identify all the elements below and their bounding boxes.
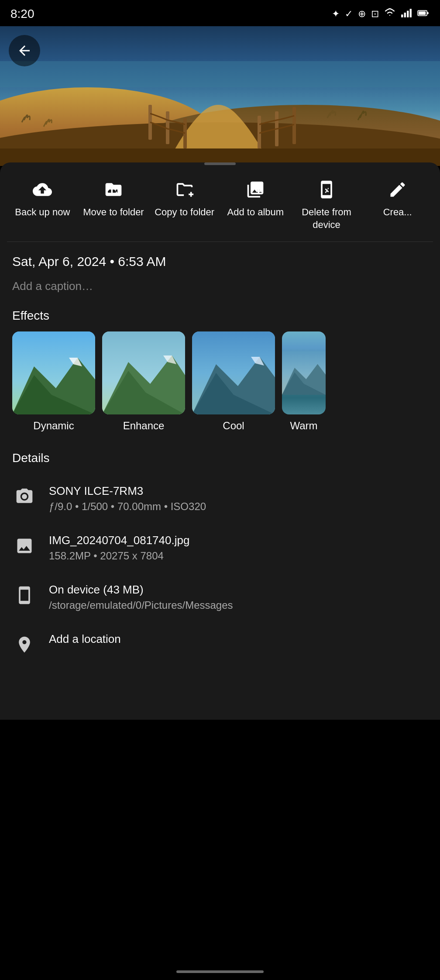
effect-enhance-label: Enhance <box>123 420 165 432</box>
status-bar: 8:20 ✦ ✓ ⊕ ⊡ <box>0 0 440 26</box>
detail-camera: SONY ILCE-7RM3 ƒ/9.0 • 1/500 • 70.00mm •… <box>0 474 440 523</box>
bottom-panel: Back up now Move to folder Copy to folde… <box>0 162 440 720</box>
caption-area[interactable]: Add a caption… <box>0 273 440 305</box>
svg-rect-15 <box>258 116 261 148</box>
screenshot-icon: ⊡ <box>371 8 379 20</box>
svg-rect-5 <box>419 11 426 15</box>
back-button[interactable] <box>9 35 40 66</box>
action-toolbar: Back up now Move to folder Copy to folde… <box>0 165 440 242</box>
add-album-label: Add to album <box>227 206 284 219</box>
action-copy-folder[interactable]: Copy to folder <box>149 174 220 222</box>
effect-warm[interactable]: Warm <box>282 331 326 432</box>
camera-content: SONY ILCE-7RM3 ƒ/9.0 • 1/500 • 70.00mm •… <box>49 484 428 513</box>
backup-label: Back up now <box>15 206 70 219</box>
person-icon: ⊕ <box>358 8 366 20</box>
signal-icon <box>401 7 412 21</box>
hero-image <box>0 26 440 166</box>
phone-delete-icon <box>314 177 339 202</box>
effect-warm-label: Warm <box>290 420 317 432</box>
location-icon <box>12 632 37 657</box>
phone-icon <box>12 583 37 607</box>
location-content: Add a location <box>49 632 428 646</box>
action-move-folder[interactable]: Move to folder <box>78 174 149 222</box>
status-time: 8:20 <box>10 7 34 21</box>
camera-settings: ƒ/9.0 • 1/500 • 70.00mm • ISO320 <box>49 500 428 513</box>
file-info: 158.2MP • 20275 x 7804 <box>49 550 428 562</box>
effect-cool-label: Cool <box>223 420 244 432</box>
svg-rect-17 <box>292 107 296 144</box>
file-icon <box>12 534 37 558</box>
storage-path: /storage/emulated/0/Pictures/Messages <box>49 599 428 611</box>
file-name: IMG_20240704_081740.jpg <box>49 534 428 547</box>
storage-content: On device (43 MB) /storage/emulated/0/Pi… <box>49 583 428 611</box>
cloud-upload-icon <box>30 177 55 202</box>
effects-row: Dynamic <box>0 331 440 444</box>
wifi-icon <box>384 7 395 21</box>
camera-model: SONY ILCE-7RM3 <box>49 484 428 498</box>
action-backup[interactable]: Back up now <box>7 174 78 222</box>
svg-rect-0 <box>401 14 403 17</box>
action-add-album[interactable]: Add to album <box>220 174 291 222</box>
effect-enhance-thumb <box>102 331 185 414</box>
effect-dynamic[interactable]: Dynamic <box>12 331 95 432</box>
detail-location[interactable]: Add a location <box>0 622 440 667</box>
folder-copy-icon <box>172 177 197 202</box>
svg-rect-2 <box>407 11 409 17</box>
detail-storage: On device (43 MB) /storage/emulated/0/Pi… <box>0 573 440 622</box>
action-create[interactable]: Crea... <box>362 174 433 222</box>
notification-icon: ✦ <box>332 8 340 20</box>
photo-date: Sat, Apr 6, 2024 • 6:53 AM <box>12 254 166 269</box>
effect-warm-thumb <box>282 331 326 414</box>
file-content: IMG_20240704_081740.jpg 158.2MP • 20275 … <box>49 534 428 562</box>
effects-title: Effects <box>0 305 440 331</box>
svg-rect-8 <box>0 61 440 87</box>
action-delete-device[interactable]: Delete from device <box>291 174 362 235</box>
svg-rect-1 <box>404 13 406 17</box>
bottom-spacer <box>0 667 440 720</box>
details-section: Details SONY ILCE-7RM3 ƒ/9.0 • 1/500 • 7… <box>0 444 440 667</box>
effect-dynamic-label: Dynamic <box>33 420 74 432</box>
effects-section: Effects <box>0 305 440 444</box>
detail-file: IMG_20240704_081740.jpg 158.2MP • 20275 … <box>0 523 440 573</box>
status-icons: ✦ ✓ ⊕ ⊡ <box>332 7 430 21</box>
create-label: Crea... <box>383 206 412 219</box>
effect-enhance[interactable]: Enhance <box>102 331 185 432</box>
check-icon: ✓ <box>345 8 353 20</box>
folder-move-icon <box>101 177 126 202</box>
storage-title: On device (43 MB) <box>49 583 428 597</box>
camera-icon <box>12 484 37 509</box>
home-indicator <box>176 970 264 973</box>
svg-rect-3 <box>410 9 412 17</box>
caption-placeholder: Add a caption… <box>12 280 93 293</box>
add-album-icon <box>243 177 268 202</box>
create-icon <box>385 177 410 202</box>
effect-cool[interactable]: Cool <box>192 331 275 432</box>
copy-folder-label: Copy to folder <box>155 206 214 219</box>
date-section: Sat, Apr 6, 2024 • 6:53 AM <box>0 242 440 273</box>
move-folder-label: Move to folder <box>83 206 144 219</box>
location-label: Add a location <box>49 632 428 646</box>
details-title: Details <box>0 448 440 474</box>
battery-icon <box>417 7 430 21</box>
effect-cool-thumb <box>192 331 275 414</box>
delete-device-label: Delete from device <box>293 206 361 231</box>
svg-rect-6 <box>427 12 429 14</box>
effect-dynamic-thumb <box>12 331 95 414</box>
